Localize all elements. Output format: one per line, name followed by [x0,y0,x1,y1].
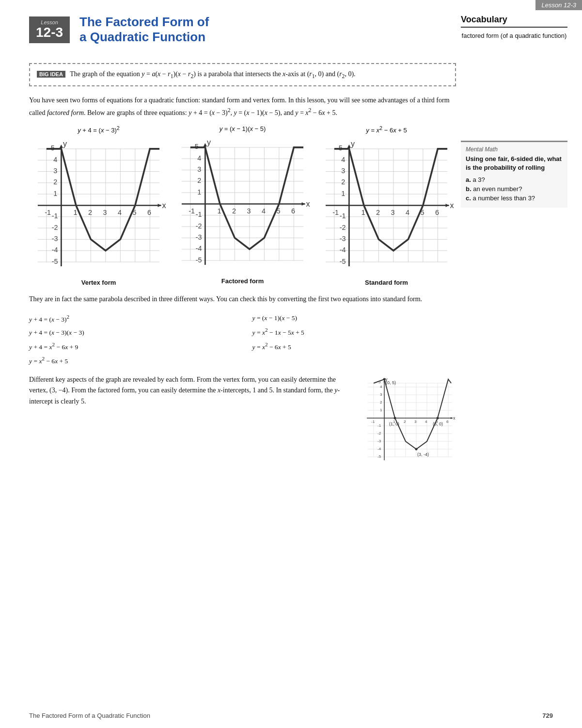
svg-text:4: 4 [380,385,382,389]
svg-point-170 [394,417,396,419]
svg-text:6: 6 [446,420,449,424]
eq-left-3: y + 4 = x2 − 6x + 9 [29,339,233,354]
lesson-number: 12-3 [36,25,63,40]
lesson-title: The Factored Form of a Quadratic Functio… [79,15,209,45]
svg-text:-5: -5 [196,256,202,263]
svg-text:x: x [162,201,166,210]
body-paragraph-1: You have seen two forms of equations for… [29,95,456,118]
equations-left-col: y + 4 = (x − 3)2 y + 4 = (x − 3)(x − 3) … [29,311,233,368]
svg-text:-5: -5 [340,258,346,265]
svg-text:-1: -1 [332,209,339,216]
svg-text:(1, 0): (1, 0) [389,421,399,426]
svg-text:x: x [450,201,454,210]
mental-math-heading: Using one fair, 6-sided die, what is the… [466,155,563,172]
graph-vertex-form: y + 4 = (x − 3)2 [29,125,168,286]
svg-text:-4: -4 [196,244,202,252]
vocab-title: Vocabulary [461,15,567,28]
body-paragraph-2: They are in fact the same parabola descr… [29,294,456,305]
svg-text:1: 1 [380,408,382,412]
graph2-svg: x y 1 2 3 4 5 6 -1 1 2 3 4 5 -1 -2 -3 [173,134,312,274]
svg-text:-2: -2 [340,224,346,231]
svg-text:-2: -2 [378,431,381,436]
svg-text:-1: -1 [189,207,195,215]
svg-text:(3, -4): (3, -4) [417,452,429,457]
graph1-label-top: y + 4 = (x − 3)2 [78,125,120,134]
bottom-graph-svg: x y 1 2 3 4 5 6 -1 1 2 3 4 5 -1 -2 -3 -4… [359,374,456,471]
eq-right-3: y = x2 − 6x + 5 [252,339,456,354]
svg-text:4: 4 [341,156,345,163]
svg-text:3: 3 [414,420,417,424]
svg-text:-1: -1 [340,212,346,220]
svg-text:1: 1 [341,190,345,197]
graph2-label-bottom: Factored form [221,277,264,285]
bottom-graph: x y 1 2 3 4 5 6 -1 1 2 3 4 5 -1 -2 -3 -4… [359,374,456,473]
mental-math-q-a: a. a 3? [466,176,563,183]
big-idea-box: BIG IDEA The graph of the equation y = a… [29,63,456,86]
svg-text:4: 4 [53,156,57,163]
svg-text:x: x [453,416,456,421]
eq-left-2: y + 4 = (x − 3)(x − 3) [29,326,233,339]
svg-text:-1: -1 [378,423,381,428]
svg-text:y: y [351,139,355,148]
svg-text:3: 3 [391,209,394,216]
mental-math-sidebar: Mental Math Using one fair, 6-sided die,… [461,141,567,208]
main-content: BIG IDEA The graph of the equation y = a… [29,63,456,473]
svg-text:2: 2 [380,400,382,404]
svg-text:-3: -3 [378,439,381,443]
svg-text:y: y [63,139,67,148]
eq-left-1: y + 4 = (x − 3)2 [29,311,233,326]
svg-text:-3: -3 [52,235,58,243]
big-idea-text: The graph of the equation y = a(x − r1)(… [70,70,355,78]
svg-text:4: 4 [425,420,427,424]
graph3-label-top: y = x2 − 6x + 5 [366,125,407,134]
mental-math-q-c: c. a number less than 3? [466,194,563,202]
svg-text:1: 1 [53,190,57,197]
svg-text:1: 1 [197,188,201,196]
svg-text:-1: -1 [52,212,58,220]
svg-text:x: x [306,199,310,208]
svg-text:3: 3 [380,392,382,397]
svg-text:2: 2 [232,207,236,215]
svg-point-174 [415,448,418,450]
svg-text:-2: -2 [196,222,202,229]
svg-marker-147 [451,417,453,419]
svg-text:-1: -1 [371,420,375,424]
svg-text:-3: -3 [340,235,346,243]
svg-text:-5: -5 [52,258,58,265]
graph2-label-top: y = (x − 1)(x − 5) [220,125,266,132]
vocabulary-sidebar: Vocabulary factored form (of a quadratic… [461,15,567,40]
svg-text:-2: -2 [52,224,58,231]
svg-text:-4: -4 [378,447,381,451]
graph-standard-form: y = x2 − 6x + 5 [317,125,456,286]
vocab-term: factored form (of a quadratic function) [461,32,567,40]
header: Lesson 12-3 The Factored Form of a Quadr… [29,15,456,45]
svg-text:4: 4 [197,154,201,162]
svg-text:2: 2 [88,209,92,216]
svg-text:2: 2 [197,177,201,184]
equations-right-col: y = (x − 1)(x − 5) y = x2 − 1x − 5x + 5 … [252,311,456,368]
svg-text:2: 2 [404,420,406,424]
svg-text:y: y [207,137,211,146]
lesson-word: Lesson [36,19,63,25]
svg-marker-22 [60,145,63,148]
svg-text:-4: -4 [52,246,58,254]
svg-text:(0, 5): (0, 5) [386,380,396,385]
svg-text:3: 3 [103,209,107,216]
svg-text:-1: -1 [45,209,51,216]
svg-text:1: 1 [73,209,77,216]
svg-text:3: 3 [341,167,345,175]
svg-text:4: 4 [118,209,122,216]
svg-marker-64 [204,143,207,146]
eq-right-2: y = x2 − 1x − 5x + 5 [252,324,456,339]
lesson-label: Lesson 12-3 [535,0,582,10]
svg-point-172 [437,417,439,419]
svg-text:4: 4 [406,209,409,216]
graph3-svg: x y 1 2 3 4 5 6 -1 1 2 3 4 5 -1 -2 -3 [317,136,456,275]
svg-marker-105 [445,204,449,207]
svg-marker-21 [157,204,161,207]
svg-text:6: 6 [291,207,295,215]
svg-text:6: 6 [435,209,439,216]
graph3-label-bottom: Standard form [365,279,408,286]
lesson-box: Lesson 12-3 [29,16,70,43]
svg-text:1: 1 [217,207,221,215]
